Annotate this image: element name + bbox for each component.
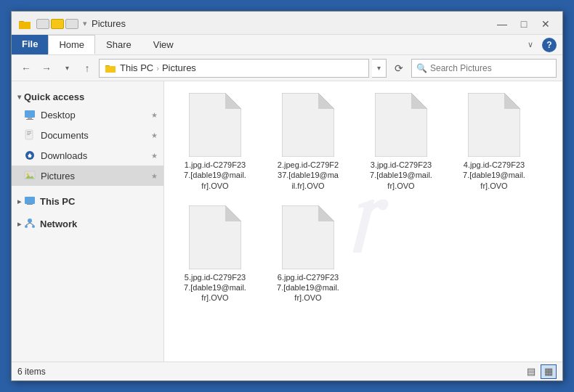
address-dropdown-button[interactable]: ▾ [372,59,387,78]
file-item-5[interactable]: 6.jpg.id-C279F237.[dable19@mail.fr].OVO [264,201,352,308]
file-name-1: 2.jpeg.id-C279F237.[dable19@mail.fr].OVO [278,160,339,191]
large-icons-view-button[interactable]: ▦ [541,364,557,379]
file-name-0: 1.jpg.id-C279F237.[dable19@mail.fr].OVO [184,160,246,191]
sidebar-section-network[interactable]: ▸ Network [12,213,163,232]
file-item-2[interactable]: 3.jpg.id-C279F237.[dable19@mail.fr].OVO [357,89,445,195]
help-button[interactable]: ? [542,38,557,52]
quick-access-label: Quick access [24,91,84,102]
forward-button[interactable]: → [38,60,55,77]
svg-rect-11 [27,134,30,135]
path-sep1: › [156,64,159,73]
svg-rect-7 [26,119,33,120]
minimize-button[interactable]: — [493,17,512,31]
this-pc-icon [24,195,37,208]
file-icon-0 [189,93,241,157]
svg-rect-6 [28,118,32,119]
search-box[interactable]: 🔍 [411,59,557,78]
status-bar: 6 items ▤ ▦ [12,362,562,380]
path-folder-icon [105,62,117,74]
file-item-4[interactable]: 5.jpg.id-C279F237.[dable19@mail.fr].OVO [171,201,259,308]
sidebar: ▾ Quick access Desktop ★ Documents ★ [12,81,164,362]
svg-rect-4 [105,66,116,73]
explorer-window: ▾ Pictures — □ ✕ File Home Share View ∨ … [11,11,563,381]
sidebar-item-pictures[interactable]: Pictures ★ [12,166,163,186]
close-button[interactable]: ✕ [536,17,555,31]
address-path[interactable]: This PC › Pictures [99,59,369,78]
pin-icon-desktop: ★ [151,111,158,119]
desktop-icon [23,108,36,121]
pin-icon-documents: ★ [151,131,158,139]
tab3[interactable] [65,19,78,29]
this-pc-label: This PC [40,196,75,207]
file-area: Ꞅ 1.jpg.id-C279F237.[dable19@mail.fr].OV… [164,81,562,362]
ribbon-collapse-button[interactable]: ∨ [523,37,538,52]
tab1[interactable] [36,19,49,29]
status-items-count: 6 items [17,367,46,377]
watermark: Ꞅ [349,188,378,256]
path-this-pc[interactable]: This PC [120,62,153,73]
window-title: Pictures [92,18,493,29]
tab-home[interactable]: Home [48,35,95,54]
pictures-icon [23,169,36,182]
sidebar-section-this-pc[interactable]: ▸ This PC [12,190,163,210]
view-buttons: ▤ ▦ [523,364,557,379]
search-icon: 🔍 [416,63,427,73]
svg-line-23 [26,223,30,225]
svg-rect-10 [27,133,31,134]
documents-icon [23,128,36,142]
svg-rect-2 [19,22,31,29]
path-pictures[interactable]: Pictures [162,62,196,73]
sidebar-label-desktop: Desktop [41,110,147,121]
search-input[interactable] [430,63,551,73]
file-icon-5 [282,205,334,269]
tab2[interactable] [51,19,64,29]
svg-line-24 [30,223,33,225]
main-area: ▾ Quick access Desktop ★ Documents ★ [12,81,562,362]
pin-icon-pictures: ★ [151,172,158,180]
sidebar-section-quick-access[interactable]: ▾ Quick access [12,87,163,105]
network-icon [24,217,37,230]
svg-rect-9 [27,131,31,132]
svg-rect-19 [27,204,33,205]
maximize-button[interactable]: □ [514,17,533,31]
file-icon-3 [468,93,520,157]
file-item-3[interactable]: 4.jpg.id-C279F237.[dable19@mail.fr].OVO [450,89,538,195]
back-button[interactable]: ← [17,60,35,77]
downloads-icon [23,149,36,162]
collapse-arrow-quick-access: ▾ [17,93,21,101]
refresh-button[interactable]: ⟳ [389,59,408,78]
svg-rect-5 [25,110,35,118]
window-icon [19,18,31,30]
file-name-4: 5.jpg.id-C279F237.[dable19@mail.fr].OVO [184,272,246,303]
sidebar-item-documents[interactable]: Documents ★ [12,125,163,145]
svg-rect-14 [28,156,31,158]
file-item-0[interactable]: 1.jpg.id-C279F237.[dable19@mail.fr].OVO [171,89,259,195]
sidebar-item-downloads[interactable]: Downloads ★ [12,145,163,166]
file-icon-4 [189,205,241,269]
svg-point-21 [25,225,28,228]
tab-file[interactable]: File [12,35,48,54]
sidebar-label-documents: Documents [41,130,147,141]
svg-marker-34 [225,205,241,221]
file-name-5: 6.jpg.id-C279F237.[dable19@mail.fr].OVO [277,272,339,303]
sidebar-label-pictures: Pictures [41,171,147,181]
file-name-2: 3.jpg.id-C279F237.[dable19@mail.fr].OVO [370,160,432,191]
tab-view[interactable]: View [142,35,185,54]
file-item-1[interactable]: 2.jpeg.id-C279F237.[dable19@mail.fr].OVO [264,89,352,195]
list-view-button[interactable]: ▤ [523,364,539,379]
svg-marker-36 [318,205,334,221]
collapse-arrow-this-pc: ▸ [17,197,21,205]
recent-locations-button[interactable]: ▾ [58,60,76,77]
tab-share[interactable]: Share [95,35,142,54]
ribbon: File Home Share View ∨ ? [12,35,562,55]
svg-point-22 [32,225,35,228]
network-label: Network [40,219,77,229]
address-bar: ← → ▾ ↑ This PC › Pictures ▾ ⟳ 🔍 [12,55,562,81]
svg-rect-18 [25,197,35,204]
svg-point-20 [28,219,32,223]
window-controls: — □ ✕ [493,17,555,31]
sidebar-item-desktop[interactable]: Desktop ★ [12,105,163,125]
ribbon-tabs: File Home Share View [12,35,185,54]
title-bar: ▾ Pictures — □ ✕ [12,12,562,35]
up-button[interactable]: ↑ [78,60,96,77]
